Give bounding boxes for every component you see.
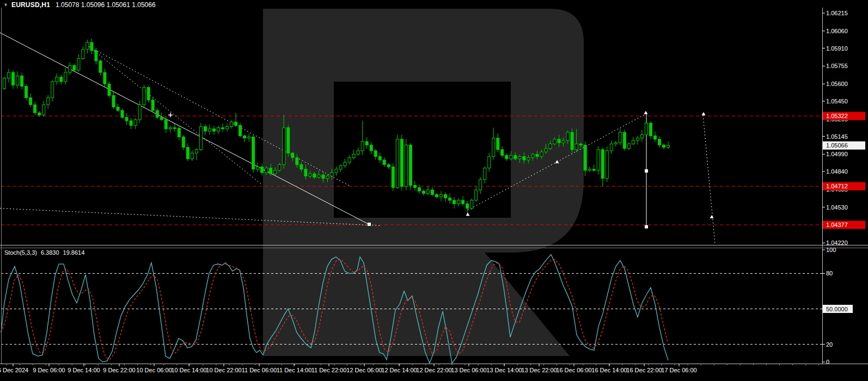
candle-body bbox=[12, 72, 15, 85]
price-tick-label: 1.06060 bbox=[826, 28, 848, 34]
candle-body bbox=[658, 139, 661, 145]
candle-body bbox=[396, 139, 399, 188]
candle-body bbox=[632, 140, 634, 144]
level-price-label: 1.04712 bbox=[826, 183, 848, 189]
stoch-level-label: 20 bbox=[826, 341, 833, 348]
watermark-bowl-bottom bbox=[334, 218, 514, 253]
level-price-label: 1.04377 bbox=[826, 222, 848, 228]
time-tick-label: 16 Dec 14:00 bbox=[591, 367, 627, 373]
stoch-level-label: 100 bbox=[826, 247, 836, 253]
candle-body bbox=[199, 127, 202, 150]
candle-body bbox=[95, 51, 97, 61]
candle-body bbox=[331, 173, 333, 176]
candle-body bbox=[527, 158, 530, 160]
candle-body bbox=[283, 128, 285, 165]
candle-body bbox=[226, 127, 229, 129]
candle-body bbox=[571, 132, 573, 150]
candle-body bbox=[523, 157, 525, 160]
stoch-k-value: 6.3830 bbox=[41, 249, 59, 256]
candle-body bbox=[470, 200, 473, 208]
candle-body bbox=[243, 136, 246, 138]
watermark-bowl-right bbox=[511, 9, 584, 253]
handle-square[interactable] bbox=[645, 169, 648, 173]
candle-body bbox=[64, 72, 67, 82]
candle-body bbox=[663, 145, 665, 147]
candle-body bbox=[99, 61, 102, 72]
candle-body bbox=[278, 164, 281, 170]
candle-body bbox=[575, 144, 578, 150]
candle-body bbox=[606, 151, 608, 179]
candle-body bbox=[160, 118, 163, 120]
time-tick-label: 17 Dec 06:00 bbox=[661, 367, 696, 373]
price-tick-label: 1.06215 bbox=[826, 10, 848, 16]
candle-body bbox=[222, 128, 224, 129]
stoch-level-label: 0 bbox=[826, 359, 829, 365]
candle-body bbox=[653, 136, 656, 139]
chart-canvas[interactable]: 1.062151.060601.059101.057551.056001.054… bbox=[0, 0, 868, 381]
candle-body bbox=[130, 121, 132, 125]
candle-body bbox=[488, 157, 491, 168]
candle-body bbox=[34, 105, 36, 113]
candle-body bbox=[614, 143, 617, 144]
candle-body bbox=[230, 122, 233, 126]
candle-body bbox=[466, 204, 469, 208]
candle-body bbox=[374, 151, 377, 157]
candle-body bbox=[444, 194, 447, 198]
candle-body bbox=[317, 175, 320, 177]
candle-body bbox=[426, 190, 429, 193]
candle-body bbox=[156, 110, 158, 118]
stoch-level-label: 50.0000 bbox=[826, 306, 848, 312]
candle-body bbox=[291, 153, 294, 157]
candle-body bbox=[413, 185, 416, 187]
candle-body bbox=[47, 98, 50, 105]
candle-body bbox=[77, 59, 80, 70]
candle-body bbox=[492, 138, 495, 157]
candle-body bbox=[29, 98, 32, 105]
candle-body bbox=[588, 169, 591, 170]
candle-body bbox=[261, 167, 264, 173]
candle-body bbox=[151, 100, 154, 110]
candle-body bbox=[86, 42, 89, 50]
candle-body bbox=[531, 154, 534, 157]
time-tick-label: 9 Dec 06:00 bbox=[33, 367, 65, 373]
candle-body bbox=[51, 82, 54, 98]
price-tick-label: 1.05600 bbox=[826, 81, 848, 87]
candle-body bbox=[431, 190, 433, 194]
time-tick-label: 10 Dec 06:00 bbox=[136, 367, 172, 373]
candle-body bbox=[383, 160, 386, 164]
candle-body bbox=[143, 88, 145, 105]
candle-body bbox=[208, 129, 211, 131]
candle-body bbox=[348, 158, 351, 162]
stoch-d-value: 19.8614 bbox=[63, 249, 85, 256]
candle-body bbox=[217, 128, 219, 131]
symbol-dropdown-icon[interactable]: ▼ bbox=[3, 2, 8, 8]
candle-body bbox=[514, 155, 517, 158]
candle-body bbox=[287, 128, 290, 153]
candle-body bbox=[322, 175, 325, 178]
candle-body bbox=[566, 132, 569, 140]
candle-body bbox=[121, 110, 124, 118]
candle-body bbox=[623, 132, 626, 149]
candle-body bbox=[90, 42, 93, 51]
candle-body bbox=[270, 168, 272, 174]
candle-body bbox=[640, 134, 643, 138]
candle-body bbox=[361, 142, 364, 151]
candle-body bbox=[69, 65, 71, 72]
candle-body bbox=[239, 125, 242, 136]
candle-body bbox=[418, 188, 420, 191]
candle-body bbox=[296, 158, 298, 165]
price-tick-label: 1.04530 bbox=[826, 204, 848, 211]
candle-body bbox=[422, 191, 425, 193]
candle-body bbox=[56, 77, 58, 82]
time-tick-label: 11 Dec 14:00 bbox=[277, 367, 312, 373]
candle-body bbox=[484, 168, 486, 180]
handle-square[interactable] bbox=[645, 225, 648, 229]
candle-body bbox=[108, 84, 111, 95]
candle-body bbox=[553, 139, 556, 144]
candle-body bbox=[178, 128, 180, 137]
candle-body bbox=[212, 129, 215, 131]
candle-body bbox=[300, 164, 303, 169]
handle-square[interactable] bbox=[368, 223, 371, 226]
candle-body bbox=[545, 149, 547, 152]
candle-body bbox=[256, 167, 259, 169]
